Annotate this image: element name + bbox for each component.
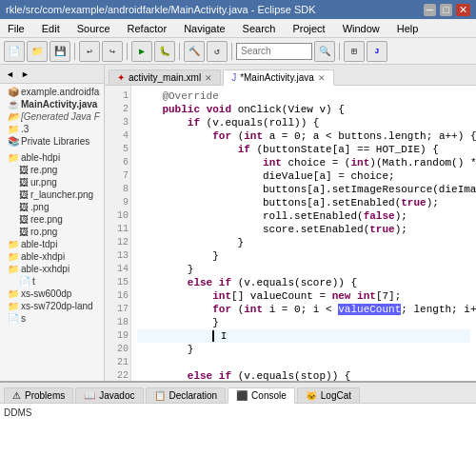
menu-item-edit[interactable]: Edit	[38, 21, 64, 36]
editor-container: ✦ activity_main.xml ✕ J *MainActivity.ja…	[105, 65, 476, 381]
search-btn[interactable]: 🔍	[314, 41, 335, 62]
folder-icon2: 📁	[8, 239, 19, 249]
close-tab-1[interactable]: ✕	[205, 73, 212, 83]
close-btn[interactable]: ✕	[456, 4, 470, 16]
img-icon5: 🖼	[19, 214, 29, 225]
sidebar-item-generated[interactable]: 📂 [Generated Java Files]	[4, 110, 100, 123]
menu-item-navigate[interactable]: Navigate	[180, 21, 228, 36]
sep4	[231, 43, 232, 60]
perspective-btn[interactable]: ⊞	[344, 41, 365, 62]
sidebar-item-sw720dp[interactable]: 📁 xs-sw720dp-land	[4, 300, 100, 312]
sidebar-item-able-xxhdpi[interactable]: 📁 able-xxhdpi	[4, 263, 100, 275]
search-input[interactable]	[236, 43, 312, 60]
undo-btn[interactable]: ↩	[79, 41, 100, 62]
ddms-label: DDMS	[4, 407, 472, 418]
java-perspective-btn[interactable]: J	[367, 41, 387, 62]
tab-activity-main[interactable]: ✦ activity_main.xml ✕	[109, 69, 221, 85]
main-layout: ◄ ► 📦 example.androidfarkle ☕ MainActivi…	[0, 65, 476, 476]
img-icon2: 🖼	[19, 177, 29, 188]
sidebar-item-able-hdpi[interactable]: 📁 able-hdpi	[4, 151, 100, 164]
sidebar-item-able-xhdpi[interactable]: 📁 able-xhdpi	[4, 250, 100, 263]
title-bar: rkle/src/com/example/androidfarkle/MainA…	[0, 0, 476, 19]
title-text: rkle/src/com/example/androidfarkle/MainA…	[6, 4, 316, 15]
bottom-content: DDMS	[0, 404, 476, 476]
menu-item-help[interactable]: Help	[393, 21, 423, 36]
sidebar-item-package[interactable]: 📦 example.androidfarkle	[4, 86, 100, 98]
generated-icon: 📂	[8, 111, 19, 122]
editor: 1234567891011121314151617181920212223242…	[105, 86, 476, 381]
img-icon3: 🖼	[19, 189, 29, 200]
tab-declaration[interactable]: 📋 Declaration	[146, 387, 227, 403]
tabs-bar: ✦ activity_main.xml ✕ J *MainActivity.ja…	[105, 65, 476, 86]
maximize-btn[interactable]: □	[440, 4, 452, 16]
close-tab-2[interactable]: ✕	[318, 73, 326, 83]
sidebar-item-re-png[interactable]: 🖼 re.png	[4, 164, 100, 176]
sep1	[74, 43, 75, 60]
menu-bar: FileEditSourceRefactorNavigateSearchProj…	[0, 19, 476, 38]
menu-item-file[interactable]: File	[4, 21, 29, 36]
tab-mainactivity[interactable]: J *MainActivity.java ✕	[223, 69, 334, 86]
lib-icon: 📚	[8, 136, 19, 147]
save-btn[interactable]: 💾	[50, 41, 70, 62]
code-area[interactable]: @Override public void onClick(View v) { …	[131, 86, 476, 381]
package-icon: 📦	[8, 87, 19, 97]
java-tab-icon: J	[231, 72, 236, 83]
sidebar-item-private-libs[interactable]: 📚 Private Libraries	[4, 135, 100, 148]
line-numbers: 1234567891011121314151617181920212223242…	[105, 86, 131, 381]
sidebar-item-png1[interactable]: 🖼 .png	[4, 201, 100, 213]
bottom-panel: ⚠ Problems 📖 Javadoc 📋 Declaration ⬛ Con…	[0, 381, 476, 476]
menu-item-source[interactable]: Source	[73, 21, 114, 36]
folder-icon6: 📁	[8, 301, 19, 311]
redo-btn[interactable]: ↪	[102, 41, 123, 62]
sidebar-item-s[interactable]: 📄 s	[4, 312, 100, 325]
content-area: ◄ ► 📦 example.androidfarkle ☕ MainActivi…	[0, 65, 476, 381]
folder-icon: 📁	[8, 152, 19, 163]
folder-icon3: 📁	[8, 251, 19, 262]
folder-icon5: 📁	[8, 288, 19, 299]
sidebar-header: ◄ ►	[0, 65, 104, 84]
javadoc-icon: 📖	[84, 390, 95, 401]
menu-item-refactor[interactable]: Refactor	[124, 21, 171, 36]
sidebar-item-sw600dp[interactable]: 📁 xs-sw600dp	[4, 288, 100, 300]
img-icon: 🖼	[19, 165, 29, 175]
menu-item-project[interactable]: Project	[288, 21, 328, 36]
sidebar-collapse-left[interactable]: ◄	[4, 69, 16, 80]
java-file-icon: ☕	[8, 99, 19, 109]
declaration-icon: 📋	[154, 390, 166, 401]
open-btn[interactable]: 📁	[27, 41, 48, 62]
tab-console[interactable]: ⬛ Console	[228, 387, 295, 404]
sidebar-item-ro-png[interactable]: 🖼 ro.png	[4, 226, 100, 238]
sidebar-item-mainactivity[interactable]: ☕ MainActivity.java	[4, 98, 100, 110]
folder-icon4: 📁	[8, 264, 19, 274]
console-icon: ⬛	[236, 390, 248, 401]
sidebar: ◄ ► 📦 example.androidfarkle ☕ MainActivi…	[0, 65, 105, 381]
tab-javadoc[interactable]: 📖 Javadoc	[75, 387, 143, 403]
problems-icon: ⚠	[12, 390, 21, 401]
logcat-icon: 🐱	[306, 390, 317, 401]
sidebar-item-t[interactable]: 📄 t	[4, 275, 100, 288]
sidebar-item-ree-png[interactable]: 🖼 ree.png	[4, 213, 100, 226]
file-icon-t: 📄	[19, 276, 30, 287]
menu-item-search[interactable]: Search	[239, 21, 280, 36]
sep3	[179, 43, 180, 60]
bottom-tabs: ⚠ Problems 📖 Javadoc 📋 Declaration ⬛ Con…	[0, 383, 476, 404]
sep5	[339, 43, 340, 60]
new-btn[interactable]: 📄	[4, 41, 25, 62]
debug-btn[interactable]: 🐛	[154, 41, 175, 62]
menu-item-window[interactable]: Window	[339, 21, 384, 36]
img-icon6: 🖼	[19, 227, 29, 237]
tab-logcat[interactable]: 🐱 LogCat	[297, 387, 360, 403]
sidebar-item-launcher-png[interactable]: 🖼 r_launcher.png	[4, 188, 100, 201]
sidebar-item-able-tdpi[interactable]: 📁 able-tdpi	[4, 238, 100, 250]
tab-problems[interactable]: ⚠ Problems	[4, 387, 73, 403]
item-icon: 📁	[8, 124, 19, 134]
xml-icon: ✦	[117, 72, 125, 83]
sidebar-item-3[interactable]: 📁 .3	[4, 123, 100, 135]
build-btn[interactable]: 🔨	[184, 41, 205, 62]
run-btn[interactable]: ▶	[131, 41, 152, 62]
refresh-btn[interactable]: ↺	[207, 41, 228, 62]
minimize-btn[interactable]: ─	[424, 4, 437, 16]
sidebar-expand-right[interactable]: ►	[19, 69, 31, 80]
sidebar-item-ur-png[interactable]: 🖼 ur.png	[4, 176, 100, 188]
toolbar: 📄 📁 💾 ↩ ↪ ▶ 🐛 🔨 ↺ 🔍 ⊞ J	[0, 38, 476, 65]
